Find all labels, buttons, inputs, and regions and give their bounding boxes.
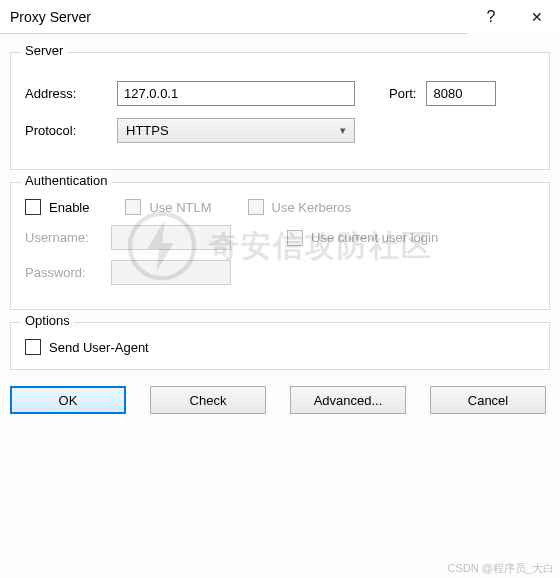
options-group: Options Send User-Agent bbox=[10, 322, 550, 370]
checkbox-icon bbox=[125, 199, 141, 215]
protocol-label: Protocol: bbox=[25, 123, 117, 138]
button-row: OK Check Advanced... Cancel bbox=[0, 378, 560, 424]
cancel-button-label: Cancel bbox=[468, 393, 508, 408]
protocol-value: HTTPS bbox=[126, 123, 169, 138]
use-kerberos-checkbox: Use Kerberos bbox=[248, 199, 351, 215]
chevron-down-icon: ▾ bbox=[340, 124, 346, 137]
checkbox-icon bbox=[25, 199, 41, 215]
close-icon: ✕ bbox=[531, 9, 543, 25]
checkbox-icon bbox=[287, 230, 303, 246]
advanced-button-label: Advanced... bbox=[314, 393, 383, 408]
use-ntlm-checkbox: Use NTLM bbox=[125, 199, 211, 215]
authentication-group: Authentication 奇安信攻防社区 Enable Use NTLM U… bbox=[10, 182, 550, 310]
checkbox-icon bbox=[248, 199, 264, 215]
use-ntlm-label: Use NTLM bbox=[149, 200, 211, 215]
address-label: Address: bbox=[25, 86, 117, 101]
enable-label: Enable bbox=[49, 200, 89, 215]
credit-text: CSDN @程序员_大白 bbox=[447, 561, 554, 576]
enable-checkbox[interactable]: Enable bbox=[25, 199, 89, 215]
help-button[interactable]: ? bbox=[468, 0, 514, 34]
cancel-button[interactable]: Cancel bbox=[430, 386, 546, 414]
send-user-agent-label: Send User-Agent bbox=[49, 340, 149, 355]
send-user-agent-checkbox[interactable]: Send User-Agent bbox=[25, 339, 535, 355]
port-label: Port: bbox=[389, 86, 416, 101]
password-label: Password: bbox=[25, 265, 111, 280]
window-title: Proxy Server bbox=[10, 9, 468, 25]
username-label: Username: bbox=[25, 230, 111, 245]
use-current-user-checkbox: Use current user login bbox=[287, 230, 438, 246]
check-button[interactable]: Check bbox=[150, 386, 266, 414]
ok-button[interactable]: OK bbox=[10, 386, 126, 414]
dialog-body: Server Address: Port: Protocol: HTTPS ▾ … bbox=[0, 34, 560, 370]
server-group: Server Address: Port: Protocol: HTTPS ▾ bbox=[10, 52, 550, 170]
password-input bbox=[111, 260, 231, 285]
use-current-user-label: Use current user login bbox=[311, 230, 438, 245]
title-bar: Proxy Server ? ✕ bbox=[0, 0, 560, 34]
checkbox-icon bbox=[25, 339, 41, 355]
use-kerberos-label: Use Kerberos bbox=[272, 200, 351, 215]
help-icon: ? bbox=[487, 8, 496, 26]
authentication-group-title: Authentication bbox=[21, 173, 111, 188]
protocol-select[interactable]: HTTPS ▾ bbox=[117, 118, 355, 143]
ok-button-label: OK bbox=[59, 393, 78, 408]
advanced-button[interactable]: Advanced... bbox=[290, 386, 406, 414]
check-button-label: Check bbox=[190, 393, 227, 408]
server-group-title: Server bbox=[21, 43, 67, 58]
address-input[interactable] bbox=[117, 81, 355, 106]
close-button[interactable]: ✕ bbox=[514, 0, 560, 34]
options-group-title: Options bbox=[21, 313, 74, 328]
username-input bbox=[111, 225, 231, 250]
port-input[interactable] bbox=[426, 81, 496, 106]
